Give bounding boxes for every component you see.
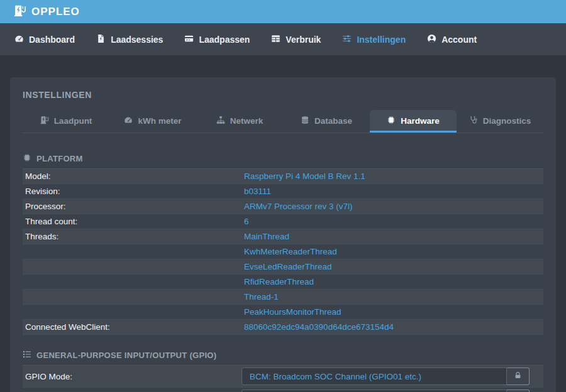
page-body: INSTELLINGEN Laadpunt kWh meter Netwerk … [0,77,566,392]
lock-icon [514,371,522,381]
nav-label: Dashboard [29,35,75,45]
gpio-select[interactable]: BCM: Broadcom SOC Channel (GPIO01 etc.) [241,368,507,385]
table-row: Model: Raspberry Pi 4 Model B Rev 1.1 [23,169,543,184]
row-value: b03111 [241,184,543,199]
row-value: ARMv7 Processor rev 3 (v7l) [241,199,543,214]
table-icon [271,34,280,45]
nav-item-laadsessies[interactable]: Laadsessies [86,23,174,55]
section-title: PLATFORM [36,154,83,163]
nav-label: Instellingen [357,35,406,45]
tab-label: kWh meter [138,116,181,126]
tab-label: Netwerk [230,116,264,126]
row-value: Raspberry Pi 4 Model B Rev 1.1 [241,169,543,183]
gpio-table-body: GPIO Mode: BCM: Broadcom SOC Channel (GP… [23,366,543,392]
network-icon [216,116,225,126]
table-row: Processor: ARMv7 Processor rev 3 (v7l) [23,199,543,214]
platform-section-header: PLATFORM [23,153,543,169]
tab-label: Database [314,116,352,126]
table-row: EvseLedReaderThread [23,259,543,275]
row-value: 6 [241,214,543,229]
nav-item-laadpassen[interactable]: Laadpassen [174,23,260,55]
table-row: Thread-1 [23,290,543,305]
settings-tabs: Laadpunt kWh meter Netwerk Database Hard… [23,110,543,133]
row-value: RfidReaderThread [241,275,543,289]
table-row: Revision: b03111 [23,184,543,199]
nav-label: Account [441,35,477,45]
platform-section: PLATFORM Model: Raspberry Pi 4 Model B R… [23,153,543,335]
tab-label: Diagnostics [483,116,531,126]
row-value: Thread-1 [241,290,543,304]
tab-diagnostics[interactable]: Diagnostics [457,110,543,133]
table-row: RfidReaderThread [23,275,543,290]
dashboard-gauge-icon [14,34,24,45]
table-row: Thread count: 6 [23,214,543,229]
row-label: Threads: [23,229,241,244]
row-label: Thread count: [23,214,241,229]
table-row: Red Led: GPIO 13 [23,388,543,392]
row-value: KwhMeterReaderThread [241,244,543,259]
row-label: GPIO Mode: [23,372,241,381]
row-value: 88060c92edc94a0390d64dce673154d4 [241,320,543,334]
database-icon [301,116,309,126]
nav-item-instellingen[interactable]: Instellingen [331,23,416,55]
row-label [23,295,241,300]
tab-database[interactable]: Database [283,110,370,133]
tab-label: Laadpunt [54,116,92,126]
table-row: PeakHoursMonitorThread [23,305,543,320]
nav-item-account[interactable]: Account [416,23,487,55]
gpio-select[interactable]: GPIO 13 [241,389,507,392]
gauge-icon [124,116,133,126]
row-label [23,280,241,285]
row-label: Processor: [23,199,241,214]
tab-kwh-meter[interactable]: kWh meter [109,110,196,133]
table-row: KwhMeterReaderThread [23,244,543,259]
main-nav: Dashboard Laadsessies Laadpassen Verbrui… [0,23,566,55]
list-tasks-icon [23,350,31,361]
tab-laadpunt[interactable]: Laadpunt [23,110,109,133]
charging-station-icon [40,116,49,126]
row-value: EvseLedReaderThread [241,259,543,274]
row-label: Revision: [23,184,241,199]
row-value: PeakHoursMonitorThread [241,305,543,319]
credit-card-icon [184,34,194,45]
row-label [23,249,241,254]
nav-label: Laadpassen [199,35,250,45]
row-label: Connected WebClient: [23,320,241,334]
table-row: Connected WebClient: 88060c92edc94a0390d… [23,320,543,335]
settings-panel: INSTELLINGEN Laadpunt kWh meter Netwerk … [10,77,556,392]
gpio-input-group: BCM: Broadcom SOC Channel (GPIO01 etc.) [241,368,530,385]
gpio-input-group: GPIO 13 [241,389,530,392]
tab-hardware[interactable]: Hardware [370,110,457,133]
lock-button[interactable] [507,368,530,385]
sliders-icon [342,34,352,45]
gpio-section-header: GENERAL-PURPOSE INPUT/OUTPUT (GPIO) [23,350,543,366]
gpio-section: GENERAL-PURPOSE INPUT/OUTPUT (GPIO) GPIO… [23,350,543,392]
nav-item-dashboard[interactable]: Dashboard [4,23,86,55]
platform-table-body: Model: Raspberry Pi 4 Model B Rev 1.1 Re… [23,169,543,335]
brand-name: OPPLEO [31,6,80,18]
nav-label: Verbruik [286,35,321,45]
row-label: Model: [23,169,241,183]
charging-station-icon [14,4,26,19]
microchip-icon [387,116,396,126]
tab-netwerk[interactable]: Netwerk [196,110,283,133]
microchip-icon [23,153,31,164]
sessions-file-icon [96,34,106,45]
row-label [23,310,241,315]
stethoscope-icon [469,116,478,126]
row-value: MainThread [241,229,543,244]
page-title: INSTELLINGEN [23,90,543,100]
tab-label: Hardware [401,116,440,126]
row-label [23,264,241,270]
brand-bar: OPPLEO [0,0,566,23]
table-row: GPIO Mode: BCM: Broadcom SOC Channel (GP… [23,366,543,388]
nav-item-verbruik[interactable]: Verbruik [260,23,331,55]
table-row: Threads: MainThread [23,229,543,244]
section-title: GENERAL-PURPOSE INPUT/OUTPUT (GPIO) [36,351,216,360]
nav-label: Laadsessies [111,35,163,45]
user-circle-icon [427,34,436,45]
lock-button[interactable] [507,389,530,392]
